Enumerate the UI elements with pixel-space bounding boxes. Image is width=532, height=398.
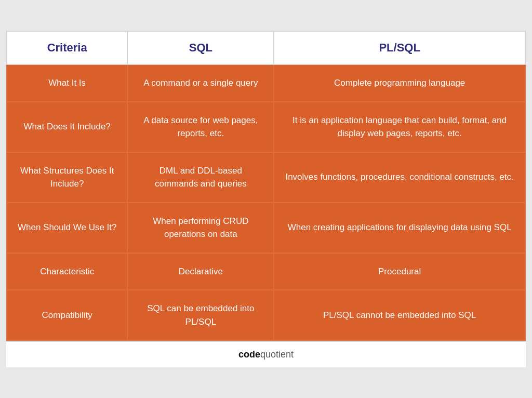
cell-sql-5: SQL can be embedded into PL/SQL xyxy=(127,290,274,340)
table-row: CompatibilitySQL can be embedded into PL… xyxy=(7,290,525,340)
cell-plsql-4: Procedural xyxy=(274,253,525,290)
cell-sql-3: When performing CRUD operations on data xyxy=(127,203,274,253)
cell-criteria-2: What Structures Does It Include? xyxy=(7,152,127,203)
cell-sql-4: Declarative xyxy=(127,253,274,290)
header-criteria: Criteria xyxy=(7,31,127,64)
cell-criteria-3: When Should We Use It? xyxy=(7,203,127,253)
header-sql: SQL xyxy=(127,31,274,64)
table-row: CharacteristicDeclarativeProcedural xyxy=(7,253,525,290)
cell-criteria-4: Characteristic xyxy=(7,253,127,290)
cell-sql-2: DML and DDL-based commands and queries xyxy=(127,152,274,203)
table-row: What It IsA command or a single queryCom… xyxy=(7,64,525,102)
brand-light: quotient xyxy=(260,349,294,360)
cell-sql-0: A command or a single query xyxy=(127,64,274,102)
cell-criteria-1: What Does It Include? xyxy=(7,102,127,152)
table-row: What Structures Does It Include?DML and … xyxy=(7,152,525,203)
footer: codequotient xyxy=(6,341,526,367)
cell-plsql-0: Complete programming language xyxy=(274,64,525,102)
comparison-table: Criteria SQL PL/SQL What It IsA command … xyxy=(6,31,526,341)
cell-criteria-5: Compatibility xyxy=(7,290,127,340)
cell-plsql-5: PL/SQL cannot be embedded into SQL xyxy=(274,290,525,340)
cell-criteria-0: What It Is xyxy=(7,64,127,102)
table-row: What Does It Include?A data source for w… xyxy=(7,102,525,152)
header-row: Criteria SQL PL/SQL xyxy=(7,31,525,64)
table-row: When Should We Use It?When performing CR… xyxy=(7,203,525,253)
brand-bold: code xyxy=(238,349,260,360)
cell-sql-1: A data source for web pages, reports, et… xyxy=(127,102,274,152)
cell-plsql-3: When creating applications for displayin… xyxy=(274,203,525,253)
cell-plsql-2: Involves functions, procedures, conditio… xyxy=(274,152,525,203)
cell-plsql-1: It is an application language that can b… xyxy=(274,102,525,152)
header-plsql: PL/SQL xyxy=(274,31,525,64)
comparison-table-container: Criteria SQL PL/SQL What It IsA command … xyxy=(6,31,526,367)
